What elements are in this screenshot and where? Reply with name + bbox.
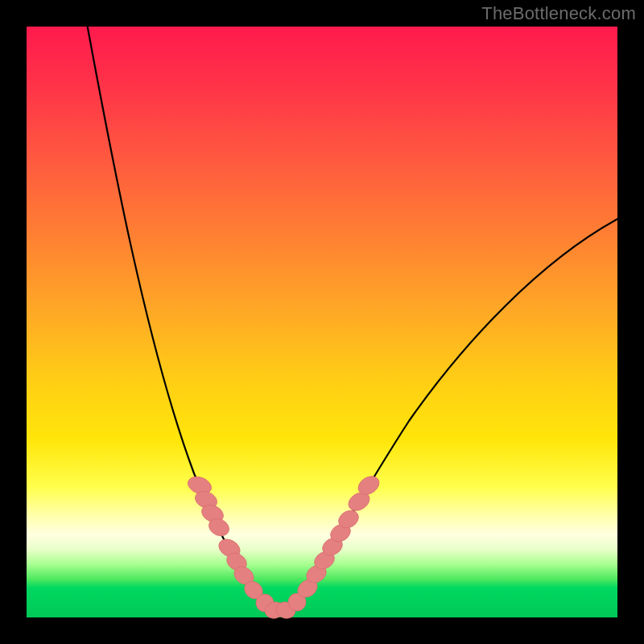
curve-left	[85, 10, 279, 616]
gradient-plot-area	[27, 27, 617, 617]
beads-left-group	[185, 473, 286, 620]
beads-right-group	[275, 473, 382, 621]
chart-frame: TheBottleneck.com	[0, 0, 644, 644]
watermark-text: TheBottleneck.com	[481, 3, 636, 24]
chart-overlay	[27, 27, 617, 617]
